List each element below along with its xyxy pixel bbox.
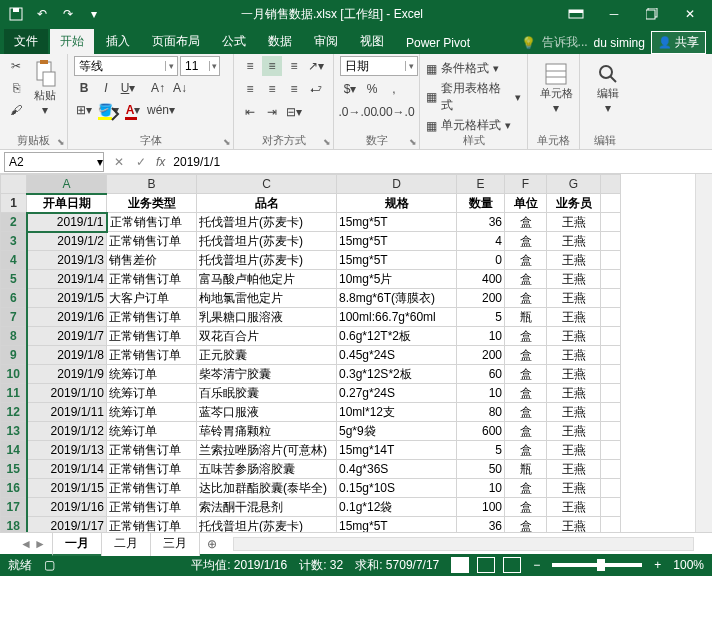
ribbon-options-icon[interactable]: [558, 2, 594, 26]
cell[interactable]: 大客户订单: [107, 289, 197, 308]
row-header-3[interactable]: 3: [1, 232, 27, 251]
view-break-icon[interactable]: [503, 557, 521, 573]
cell[interactable]: 10: [457, 327, 505, 346]
cell[interactable]: 10: [457, 479, 505, 498]
user-name[interactable]: du siming: [594, 36, 645, 50]
minimize-button[interactable]: ─: [596, 2, 632, 26]
row-header-17[interactable]: 17: [1, 498, 27, 517]
row-header-18[interactable]: 18: [1, 517, 27, 533]
tab-file[interactable]: 文件: [4, 29, 48, 54]
tab-formulas[interactable]: 公式: [212, 29, 256, 54]
dec-indent-icon[interactable]: ⇤: [240, 102, 260, 122]
cells-button[interactable]: 单元格▾: [534, 56, 578, 120]
cell[interactable]: 0.6g*12T*2板: [337, 327, 457, 346]
cell[interactable]: 王燕: [547, 403, 601, 422]
bold-button[interactable]: B: [74, 78, 94, 98]
cell[interactable]: 2019/1/6: [27, 308, 107, 327]
inc-indent-icon[interactable]: ⇥: [262, 102, 282, 122]
cell[interactable]: 2019/1/13: [27, 441, 107, 460]
cell[interactable]: 400: [457, 270, 505, 289]
cell[interactable]: 王燕: [547, 422, 601, 441]
cell[interactable]: 0.1g*12袋: [337, 498, 457, 517]
col-header-F[interactable]: F: [505, 175, 547, 194]
cell[interactable]: 盒: [505, 270, 547, 289]
cell[interactable]: 15mg*5T: [337, 232, 457, 251]
header-cell[interactable]: 单位: [505, 194, 547, 213]
header-cell[interactable]: 业务类型: [107, 194, 197, 213]
tab-review[interactable]: 审阅: [304, 29, 348, 54]
row-header-14[interactable]: 14: [1, 441, 27, 460]
cell[interactable]: 正常销售订单: [107, 460, 197, 479]
bottom-align-icon[interactable]: ≡: [284, 56, 304, 76]
horizontal-scrollbar[interactable]: [233, 537, 694, 551]
shrink-font-button[interactable]: A↓: [170, 78, 190, 98]
zoom-level[interactable]: 100%: [673, 558, 704, 572]
cell[interactable]: 蓝芩口服液: [197, 403, 337, 422]
enter-formula-icon[interactable]: ✓: [130, 155, 152, 169]
cell[interactable]: 盒: [505, 517, 547, 533]
cell[interactable]: 正常销售订单: [107, 441, 197, 460]
cell[interactable]: 2019/1/11: [27, 403, 107, 422]
cell[interactable]: 盒: [505, 422, 547, 441]
cell[interactable]: 盒: [505, 479, 547, 498]
redo-icon[interactable]: ↷: [56, 2, 80, 26]
middle-align-icon[interactable]: ≡: [262, 56, 282, 76]
header-cell[interactable]: 规格: [337, 194, 457, 213]
editing-button[interactable]: 编辑▾: [586, 56, 630, 120]
cell[interactable]: 达比加群酯胶囊(泰毕全): [197, 479, 337, 498]
merge-icon[interactable]: ⊟▾: [284, 102, 304, 122]
tab-home[interactable]: 开始: [50, 29, 94, 54]
new-sheet-button[interactable]: ⊕: [199, 535, 225, 553]
cell[interactable]: 0.15g*10S: [337, 479, 457, 498]
cell[interactable]: 销售差价: [107, 251, 197, 270]
cell[interactable]: 0.3g*12S*2板: [337, 365, 457, 384]
cell[interactable]: 正常销售订单: [107, 479, 197, 498]
qat-more-icon[interactable]: ▾: [82, 2, 106, 26]
cell[interactable]: 10: [457, 384, 505, 403]
percent-icon[interactable]: %: [362, 79, 382, 99]
view-layout-icon[interactable]: [477, 557, 495, 573]
cell[interactable]: 柴芩清宁胶囊: [197, 365, 337, 384]
row-header-12[interactable]: 12: [1, 403, 27, 422]
share-button[interactable]: 👤 共享: [651, 31, 706, 54]
row-header-2[interactable]: 2: [1, 213, 27, 232]
cell[interactable]: 统筹订单: [107, 422, 197, 441]
worksheet-grid[interactable]: ABCDEFG1开单日期业务类型品名规格数量单位业务员22019/1/1正常销售…: [0, 174, 621, 532]
cell[interactable]: 15mg*5T: [337, 213, 457, 232]
cell[interactable]: 5g*9袋: [337, 422, 457, 441]
cell[interactable]: 2019/1/15: [27, 479, 107, 498]
size-dropdown-icon[interactable]: ▾: [209, 61, 219, 71]
font-name-input[interactable]: [75, 59, 165, 73]
name-box[interactable]: [5, 155, 97, 169]
undo-icon[interactable]: ↶: [30, 2, 54, 26]
right-align-icon[interactable]: ≡: [284, 79, 304, 99]
cell[interactable]: 王燕: [547, 441, 601, 460]
cell[interactable]: 荜铃胃痛颗粒: [197, 422, 337, 441]
cell[interactable]: 统筹订单: [107, 384, 197, 403]
cell[interactable]: 正常销售订单: [107, 232, 197, 251]
cell[interactable]: 五味苦参肠溶胶囊: [197, 460, 337, 479]
cell[interactable]: 正常销售订单: [107, 327, 197, 346]
cell[interactable]: 双花百合片: [197, 327, 337, 346]
phonetic-button[interactable]: wén▾: [145, 100, 177, 120]
sheet-prev-icon[interactable]: ◄: [20, 537, 32, 551]
cell[interactable]: 盒: [505, 327, 547, 346]
border-button[interactable]: ⊞▾: [74, 100, 94, 120]
col-header-B[interactable]: B: [107, 175, 197, 194]
cell[interactable]: 王燕: [547, 365, 601, 384]
cell[interactable]: 2019/1/9: [27, 365, 107, 384]
row-header-8[interactable]: 8: [1, 327, 27, 346]
cell[interactable]: 2019/1/16: [27, 498, 107, 517]
cell[interactable]: 15mg*5T: [337, 517, 457, 533]
col-header-D[interactable]: D: [337, 175, 457, 194]
comma-icon[interactable]: ,: [384, 79, 404, 99]
tell-me-icon[interactable]: 💡: [521, 36, 536, 50]
fill-color-button[interactable]: 🪣▾: [96, 100, 121, 120]
cell[interactable]: 正常销售订单: [107, 498, 197, 517]
cell[interactable]: 2019/1/17: [27, 517, 107, 533]
cell[interactable]: 托伐普坦片(苏麦卡): [197, 251, 337, 270]
cell[interactable]: 瓶: [505, 460, 547, 479]
cell[interactable]: 乳果糖口服溶液: [197, 308, 337, 327]
cell[interactable]: 100: [457, 498, 505, 517]
cell[interactable]: 瓶: [505, 308, 547, 327]
